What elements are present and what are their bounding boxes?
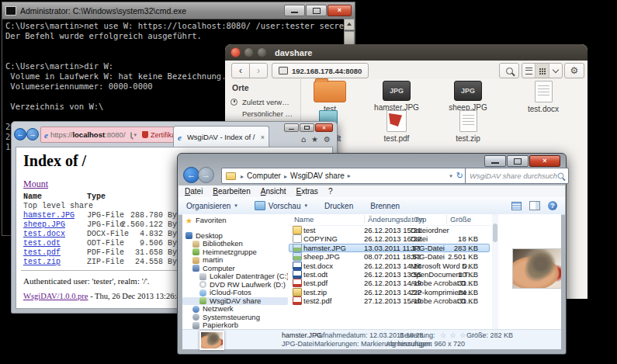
address-bar[interactable]: e https://localhost:8080/ ▾ Zertifikatfe…	[40, 127, 180, 143]
column-header-type[interactable]: Typ	[411, 215, 426, 224]
certificate-error-icon[interactable]	[142, 131, 148, 138]
file-row[interactable]: test.zip 26.12.2013 14:22 ZIP-komprimier…	[288, 288, 492, 296]
sidebar-tree-item[interactable]: Bibliotheken	[182, 240, 288, 248]
column-header-size[interactable]: Größe	[446, 215, 471, 224]
file-type-icon	[386, 110, 407, 132]
tree-item-label: Lokaler Datenträger (C:)	[210, 272, 288, 281]
browser-tab[interactable]: e WsgiDAV - Index of / ×	[173, 126, 269, 147]
menu-item[interactable]: Datei	[185, 187, 203, 196]
preview-pane-icon[interactable]	[529, 201, 540, 210]
settings-button[interactable]: ⚙	[564, 63, 584, 78]
close-button[interactable]: ×	[328, 5, 352, 16]
list-view-button[interactable]	[522, 64, 536, 78]
toolbar-button[interactable]: Brennen	[370, 202, 400, 210]
scroll-up-icon[interactable]	[344, 19, 355, 30]
close-button[interactable]: ×	[529, 155, 560, 167]
minimize-button[interactable]	[484, 155, 506, 167]
maximize-button[interactable]	[507, 155, 529, 167]
nautilus-title-bar[interactable]: davshare	[225, 44, 588, 61]
menu-item[interactable]: Ansicht	[261, 187, 286, 196]
toolbar-button[interactable]: Vorschau	[255, 201, 307, 210]
folder-icon	[226, 172, 236, 180]
minimize-button[interactable]	[284, 123, 299, 132]
file-grid-item[interactable]: test.pdf	[364, 110, 429, 143]
file-row[interactable]: sheep.JPG 08.07.2011 18:52 JPG-Datei 2.5…	[288, 252, 492, 261]
close-button[interactable]	[231, 47, 241, 57]
tab-close-icon[interactable]: ×	[261, 133, 265, 141]
sidebar-tree-item[interactable]: Netzwerk	[182, 305, 288, 314]
tree-item-label: iCloud-Fotos	[210, 289, 251, 297]
auth-status-text: Authenticated user: 'tester', realm: '/'…	[23, 276, 149, 286]
file-row[interactable]: test 26.12.2013 15:21 Dateiordner	[288, 226, 492, 234]
sidebar-tree-item[interactable]: Heimnetzgruppe	[182, 248, 288, 257]
toolbar-button[interactable]: Organisieren	[186, 202, 237, 210]
chevron-down-icon[interactable]: ▾	[134, 132, 137, 138]
help-icon[interactable]: ?	[548, 201, 557, 210]
maximize-button[interactable]	[257, 47, 267, 57]
file-grid-item[interactable]: test	[297, 81, 362, 113]
file-row[interactable]: test.pdf 26.12.2013 14:19 Adobe Acrobat …	[288, 279, 492, 287]
minimize-button[interactable]	[244, 47, 254, 57]
mount-link[interactable]: Mount	[23, 179, 48, 190]
refresh-icon[interactable]: ↻	[456, 171, 463, 181]
search-icon[interactable]	[130, 132, 132, 137]
search-placeholder: WsgiDAV share durchsuchen	[470, 172, 557, 180]
menu-item[interactable]: Bearbeiten	[213, 187, 250, 196]
search-box[interactable]: WsgiDAV share durchsuchen	[465, 168, 569, 184]
file-name: test.zip	[303, 288, 327, 296]
address-path-button[interactable]: 192.168.178.44:8080	[272, 63, 369, 78]
file-link[interactable]: test.odt	[23, 239, 61, 248]
sidebar-tree-item[interactable]: iCloud-Fotos	[182, 289, 288, 297]
list-scrollbar[interactable]	[492, 214, 498, 330]
gear-icon[interactable]: ⚙	[324, 136, 331, 144]
grid-view-button[interactable]	[536, 64, 549, 78]
menu-item[interactable]: ?	[328, 187, 333, 196]
menu-item[interactable]: Extras	[296, 187, 318, 196]
maximize-button[interactable]	[300, 123, 314, 132]
change-view-icon[interactable]	[511, 202, 522, 210]
file-link[interactable]: test.zip	[23, 258, 61, 266]
file-row[interactable]: COPYING 26.12.2013 16:22 Datei 18 KB	[288, 234, 492, 243]
file-grid-item[interactable]: JPG hamster.JPG	[364, 81, 429, 112]
toolbar-button[interactable]: Drucken	[324, 202, 353, 210]
sidebar-tree-item[interactable]: WsgiDAV share	[182, 297, 288, 306]
back-button[interactable]: ←	[183, 167, 199, 183]
file-row[interactable]: test.odt 26.12.2013 13:55 OpenDocument T…	[288, 270, 492, 279]
home-icon[interactable]: ⌂	[301, 136, 306, 144]
file-row[interactable]: test.docx 26.12.2013 14:26 Microsoft Wor…	[288, 262, 492, 270]
search-button[interactable]	[499, 63, 519, 78]
chevron-down-icon[interactable]: ▾	[449, 173, 452, 179]
file-row[interactable]: test2.pdf 27.12.2013 15:10 Adobe Acrobat…	[288, 296, 492, 305]
forward-button[interactable]: →	[198, 167, 214, 183]
file-link[interactable]: sheep.JPG	[23, 220, 65, 229]
scrollbar-thumb[interactable]	[493, 224, 497, 242]
back-button[interactable]: ←	[14, 128, 26, 140]
address-breadcrumb-bar[interactable]: ComputerWsgiDAV share ▾ ↻	[221, 168, 468, 184]
file-row[interactable]: hamster.JPG 13.03.2011 11:13 JPG-Datei 2…	[288, 244, 492, 252]
file-link[interactable]: hamster.JPG	[23, 211, 75, 220]
minimize-button[interactable]	[284, 5, 305, 16]
wsgidav-version-link[interactable]: WsgiDAV/1.0.0.pre	[23, 292, 88, 300]
file-type-icon	[293, 226, 302, 234]
cmd-title-bar[interactable]: Administrator: C:\Windows\system32\cmd.e…	[2, 2, 355, 19]
favorites-star-icon[interactable]: ★	[311, 136, 318, 144]
file-grid-item[interactable]: test.docx	[511, 81, 576, 113]
sidebar-tree-item[interactable]: Favoriten	[182, 217, 288, 225]
back-button[interactable]: ‹	[231, 63, 250, 78]
file-name-label: test.docx	[511, 105, 576, 113]
column-header-name[interactable]: Name	[294, 215, 314, 224]
view-options-button[interactable]	[549, 64, 562, 78]
sidebar-tree-item[interactable]: Papierkorb	[182, 321, 288, 330]
file-link[interactable]: test.docx	[23, 230, 65, 238]
file-grid-item[interactable]: test.zip	[435, 110, 501, 143]
breadcrumb-item[interactable]: Computer	[237, 172, 281, 180]
file-grid-item[interactable]: JPG sheep.JPG	[435, 81, 501, 112]
close-button[interactable]: ×	[315, 123, 333, 132]
sidebar-tree-item[interactable]: martin	[182, 256, 288, 265]
sidebar-tree-item[interactable]: Lokaler Datenträger (C:)	[182, 272, 288, 281]
maximize-button[interactable]	[306, 5, 327, 16]
forward-button[interactable]: ›	[249, 63, 268, 78]
forward-button[interactable]: →	[26, 128, 39, 140]
file-link[interactable]: test.pdf	[23, 248, 61, 257]
breadcrumb-item[interactable]: WsgiDAV share	[281, 172, 345, 180]
